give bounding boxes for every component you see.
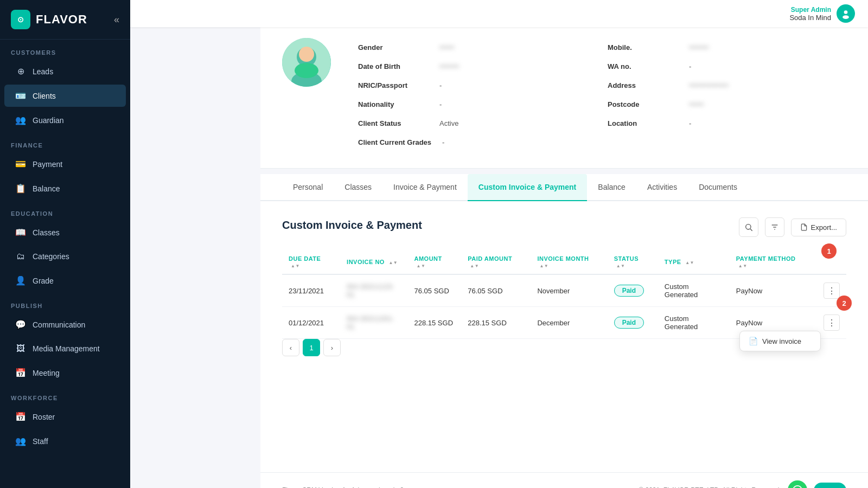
field-postcode-value: ••••••: [689, 100, 704, 108]
field-mobile-value: ••••••••: [689, 43, 709, 52]
sidebar-item-label: Communication: [33, 320, 85, 329]
field-status-label: Client Status: [358, 119, 429, 127]
svg-point-7: [295, 63, 318, 78]
svg-point-1: [844, 10, 848, 14]
payment-icon: 💳: [15, 159, 26, 169]
tab-classes[interactable]: Classes: [334, 174, 382, 201]
help-button[interactable]: Help: [814, 483, 846, 489]
sidebar-item-grade[interactable]: 👤 Grade: [4, 269, 126, 292]
grade-icon: 👤: [15, 275, 26, 286]
tab-balance[interactable]: Balance: [587, 174, 636, 201]
prev-page-button[interactable]: ‹: [282, 339, 299, 356]
tab-personal[interactable]: Personal: [282, 174, 334, 201]
sidebar-item-roster[interactable]: 📅 Roster: [4, 406, 126, 428]
col-invoice-month[interactable]: INVOICE MONTH ▲▼: [531, 250, 607, 274]
sidebar-item-payment[interactable]: 💳 Payment: [4, 153, 126, 175]
field-gender: Gender ••••••: [347, 38, 597, 57]
view-invoice-label: View invoice: [762, 337, 801, 345]
tab-documents[interactable]: Documents: [688, 174, 748, 201]
table-toolbar: Export...: [739, 217, 846, 237]
avatar[interactable]: [837, 4, 855, 23]
cell-status: Paid: [608, 274, 658, 307]
communication-icon: 💬: [15, 319, 26, 330]
sidebar-item-label: Classes: [33, 228, 60, 237]
row-menu-button-2[interactable]: ⋮: [824, 314, 840, 331]
status-badge-paid: Paid: [614, 317, 644, 329]
sidebar-item-label: Categories: [33, 252, 69, 261]
cell-type: Custom Generated: [658, 307, 730, 339]
sort-invoice-month[interactable]: ▲▼: [539, 264, 548, 268]
tab-invoice-payment[interactable]: Invoice & Payment: [382, 174, 468, 201]
cell-paid-amount: 76.05 SGD: [461, 274, 531, 307]
footer-right: © 2021, FLAVOR PTE. LTD. All Rights Rese…: [639, 480, 846, 488]
page-1-button[interactable]: 1: [303, 339, 320, 356]
field-nric-value: -: [439, 81, 442, 89]
search-button[interactable]: [739, 217, 758, 237]
sidebar-item-staff[interactable]: 👥 Staff: [4, 430, 126, 452]
sort-invoice-no[interactable]: ▲▼: [388, 260, 398, 265]
collapse-button[interactable]: «: [114, 14, 119, 25]
sort-paid-amount[interactable]: ▲▼: [470, 264, 479, 268]
sidebar-item-meeting[interactable]: 📅 Meeting: [4, 362, 126, 384]
col-type[interactable]: TYPE ▲▼: [658, 250, 730, 274]
tabs: Personal Classes Invoice & Payment Custo…: [282, 174, 846, 200]
row-menu-button-1[interactable]: ⋮: [824, 282, 840, 299]
sidebar-item-label: Grade: [33, 277, 54, 285]
status-badge-paid: Paid: [614, 285, 644, 297]
export-button[interactable]: Export...: [791, 219, 846, 236]
field-location-value: -: [689, 119, 691, 127]
sidebar-item-label: Media Management: [33, 344, 100, 353]
sort-due-date[interactable]: ▲▼: [291, 264, 300, 268]
profile-fields: Gender •••••• Mobile. •••••••• Date of B…: [347, 38, 846, 152]
col-payment-method[interactable]: PAYMENT METHOD ▲▼: [730, 250, 814, 274]
balance-icon: 📋: [15, 183, 26, 194]
field-nationality-value: -: [439, 100, 442, 108]
tab-custom-invoice[interactable]: Custom Invoice & Payment: [468, 174, 588, 201]
sidebar-item-classes[interactable]: 📖 Classes: [4, 221, 126, 243]
sidebar-item-leads[interactable]: ⊕ Leads: [4, 60, 126, 82]
cell-row-actions: ⋮ 📄 View invoice: [814, 307, 846, 339]
field-location: Location -: [597, 114, 846, 133]
next-page-button[interactable]: ›: [323, 339, 341, 356]
field-grades-value: -: [442, 138, 444, 146]
section-education: EDUCATION: [0, 201, 130, 220]
sidebar-item-guardian[interactable]: 👥 Guardian: [4, 109, 126, 131]
field-postcode-label: Postcode: [608, 100, 678, 108]
sort-status[interactable]: ▲▼: [616, 264, 626, 268]
logo-icon: ⊙: [11, 10, 30, 29]
sidebar-item-communication[interactable]: 💬 Communication: [4, 313, 126, 336]
sidebar-item-label: Leads: [33, 67, 53, 76]
col-paid-amount[interactable]: PAID AMOUNT ▲▼: [461, 250, 531, 274]
sidebar-item-clients[interactable]: 🪪 Clients: [4, 85, 126, 107]
sort-amount[interactable]: ▲▼: [416, 264, 425, 268]
cell-invoice-no: INV-20211123-01: [340, 274, 407, 307]
custom-invoice-content: Custom Invoice & Payment: [260, 201, 868, 472]
cell-due-date: 23/11/2021: [282, 274, 340, 307]
field-status-value: Active: [439, 119, 458, 127]
sort-payment-method[interactable]: ▲▼: [738, 264, 748, 268]
col-due-date[interactable]: DUE DATE ▲▼: [282, 250, 340, 274]
sidebar-item-categories[interactable]: 🗂 Categories: [4, 246, 126, 267]
whatsapp-button[interactable]: [788, 480, 807, 488]
roster-icon: 📅: [15, 412, 26, 422]
cell-invoice-month: December: [531, 307, 607, 339]
col-status[interactable]: STATUS ▲▼: [608, 250, 658, 274]
sort-type[interactable]: ▲▼: [685, 260, 694, 265]
svg-point-6: [299, 47, 314, 62]
field-postcode: Postcode ••••••: [597, 95, 846, 114]
view-invoice-button[interactable]: 📄 View invoice: [740, 331, 820, 351]
svg-point-2: [843, 15, 849, 19]
col-invoice-no[interactable]: INVOICE NO ▲▼: [340, 250, 407, 274]
file-icon: 📄: [749, 337, 758, 345]
section-finance: FINANCE: [0, 132, 130, 152]
sidebar-item-balance[interactable]: 📋 Balance: [4, 177, 126, 200]
section-workforce: WORKFORCE: [0, 385, 130, 404]
tab-activities[interactable]: Activities: [636, 174, 688, 201]
sidebar-item-media[interactable]: 🖼 Media Management: [4, 338, 126, 359]
cell-invoice-month: November: [531, 274, 607, 307]
filter-button[interactable]: [765, 217, 784, 237]
sidebar-item-label: Balance: [33, 184, 60, 193]
svg-point-8: [745, 224, 750, 229]
col-amount[interactable]: AMOUNT ▲▼: [407, 250, 461, 274]
content-area: Gender •••••• Mobile. •••••••• Date of B…: [260, 27, 868, 488]
